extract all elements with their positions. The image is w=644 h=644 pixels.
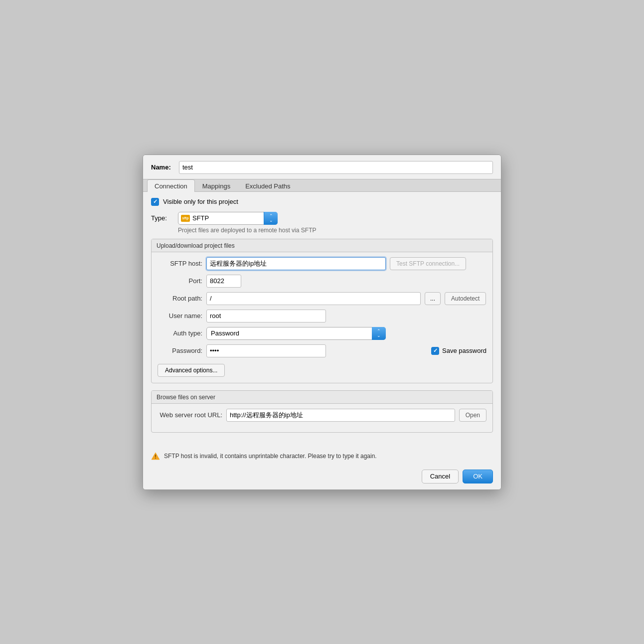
password-input[interactable] [206, 344, 326, 357]
root-path-row: Root path: ... Autodetect [158, 292, 486, 305]
save-password-row: Save password [431, 347, 486, 355]
type-select[interactable]: SFTP [178, 212, 278, 225]
dialog-footer: Cancel OK [143, 466, 501, 489]
cancel-button[interactable]: Cancel [422, 470, 459, 483]
type-description: Project files are deployed to a remote h… [178, 227, 493, 234]
sftp-host-input[interactable] [206, 257, 386, 270]
visible-checkbox[interactable] [151, 198, 159, 206]
web-url-input[interactable] [226, 409, 455, 422]
sftp-host-row: SFTP host: Test SFTP connection... [158, 257, 486, 270]
name-label: Name: [151, 163, 175, 171]
port-label: Port: [158, 277, 202, 285]
save-password-checkbox[interactable] [431, 347, 439, 355]
password-row: Password: Save password [158, 344, 486, 357]
tab-excluded-paths[interactable]: Excluded Paths [238, 179, 298, 192]
warning-icon: ! [151, 452, 160, 461]
upload-section-title: Upload/download project files [152, 239, 492, 252]
upload-section-body: SFTP host: Test SFTP connection... Port:… [152, 252, 492, 383]
error-row: ! SFTP host is invalid, it contains unpr… [143, 448, 501, 466]
dots-button[interactable]: ... [425, 292, 441, 305]
tab-connection[interactable]: Connection [147, 179, 195, 192]
username-input[interactable] [206, 310, 326, 322]
advanced-options-button[interactable]: Advanced options... [158, 364, 225, 377]
root-path-input[interactable] [206, 292, 421, 305]
autodetect-button[interactable]: Autodetect [445, 292, 486, 305]
browse-section-title: Browse files on server [152, 391, 492, 404]
sftp-host-label: SFTP host: [158, 260, 202, 267]
type-label: Type: [151, 214, 173, 222]
username-label: User name: [158, 312, 202, 320]
web-url-label: Web server root URL: [158, 411, 222, 419]
tab-mappings[interactable]: Mappings [195, 179, 238, 192]
auth-type-select[interactable]: Password [206, 327, 386, 340]
tabs-bar: Connection Mappings Excluded Paths [143, 179, 501, 192]
root-path-label: Root path: [158, 295, 202, 302]
browse-section: Browse files on server Web server root U… [151, 390, 493, 433]
auth-type-row: Auth type: Password [158, 327, 486, 340]
name-input[interactable] [179, 161, 493, 174]
visible-label: Visible only for this project [163, 198, 238, 205]
browse-section-body: Web server root URL: Open [152, 404, 492, 432]
error-text: SFTP host is invalid, it contains unprin… [164, 453, 377, 460]
auth-type-label: Auth type: [158, 329, 202, 337]
web-url-row: Web server root URL: Open [158, 409, 486, 422]
sftp-dialog: Name: Connection Mappings Excluded Paths… [143, 155, 501, 490]
type-row: Type: sftp SFTP [151, 212, 493, 225]
save-password-label: Save password [442, 347, 486, 354]
upload-section: Upload/download project files SFTP host:… [151, 239, 493, 383]
test-connection-button[interactable]: Test SFTP connection... [390, 257, 466, 270]
type-select-wrapper: sftp SFTP [178, 212, 278, 225]
auth-select-wrapper: Password [206, 327, 386, 340]
port-input[interactable] [206, 275, 241, 288]
password-label: Password: [158, 347, 202, 354]
open-button[interactable]: Open [459, 409, 486, 422]
svg-text:!: ! [155, 454, 156, 460]
visible-row: Visible only for this project [151, 198, 493, 206]
port-row: Port: [158, 275, 486, 288]
name-row: Name: [143, 155, 501, 179]
ok-button[interactable]: OK [463, 470, 493, 483]
username-row: User name: [158, 310, 486, 322]
content-area: Visible only for this project Type: sftp… [143, 192, 501, 448]
